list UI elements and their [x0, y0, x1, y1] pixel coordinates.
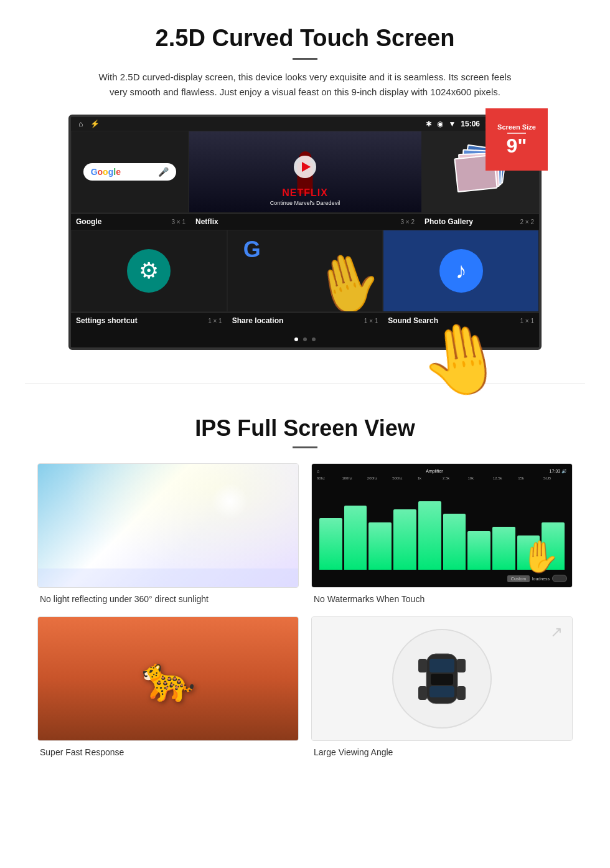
- sky-image: [38, 464, 298, 587]
- location-icon: ◉: [437, 120, 443, 128]
- music-icon-circle: ♪: [439, 249, 483, 293]
- loudness-label: loudness: [532, 577, 550, 581]
- amp-bar-4: [393, 509, 416, 570]
- svg-rect-7: [457, 686, 466, 700]
- google-label-cell: Google 3 × 1: [71, 213, 190, 230]
- mic-icon[interactable]: 🎤: [158, 167, 169, 177]
- play-button[interactable]: [294, 156, 316, 178]
- settings-icon-circle: ⚙: [127, 249, 171, 293]
- netflix-cell[interactable]: NETFLIX Continue Marvel's Daredevil: [189, 131, 422, 213]
- svg-rect-5: [457, 659, 466, 672]
- usb-icon: ⚡: [90, 120, 100, 128]
- netflix-app-name: Netflix: [195, 217, 218, 226]
- dot-3[interactable]: [312, 337, 316, 341]
- svg-rect-6: [418, 686, 427, 700]
- pagination-dots: [71, 329, 539, 347]
- share-location-cell[interactable]: G 🤚: [227, 230, 383, 312]
- screen-size-badge: Screen Size 9": [486, 108, 548, 171]
- sound-app-size: 1 × 1: [520, 318, 534, 324]
- netflix-label: NETFLIX Continue Marvel's Daredevil: [189, 187, 421, 206]
- feature-image-cheetah: 🐆: [37, 616, 299, 741]
- section1-title: 2.5D Curved Touch Screen: [37, 25, 573, 52]
- app-grid-row-1: Google 🎤: [71, 131, 539, 213]
- feature-image-car: ↗: [311, 616, 573, 741]
- feature-label-fast: Super Fast Response: [37, 747, 299, 757]
- google-search-bar[interactable]: Google 🎤: [83, 163, 176, 181]
- wifi-icon: ▼: [448, 120, 456, 128]
- screen-size-underline: [507, 133, 526, 134]
- feature-image-amplifier: ⌂ Amplifier 17:33 🔊 60hz 100hz 200hz 500…: [311, 463, 573, 588]
- google-app-name: Google: [76, 217, 101, 226]
- angle-indicator: ↗: [550, 623, 563, 641]
- sky-bottom: [38, 568, 298, 587]
- home-icon[interactable]: ⌂: [78, 120, 83, 128]
- sound-label-cell: Sound Search 1 × 1: [383, 312, 539, 329]
- feature-no-watermarks: ⌂ Amplifier 17:33 🔊 60hz 100hz 200hz 500…: [311, 463, 573, 604]
- amp-header: ⌂ Amplifier 17:33 🔊: [317, 469, 567, 474]
- app-labels-row-2: Settings shortcut 1 × 1 Share location 1…: [71, 312, 539, 329]
- amp-bar-1: [319, 518, 342, 570]
- share-app-name: Share location: [232, 316, 284, 325]
- photo-app-size: 2 × 2: [520, 219, 534, 225]
- share-thumbnail: G 🤚: [228, 230, 383, 311]
- amp-bar-8: [492, 527, 515, 570]
- netflix-thumbnail: NETFLIX Continue Marvel's Daredevil: [189, 131, 421, 212]
- dot-2[interactable]: [303, 337, 307, 341]
- status-left: ⌂ ⚡: [78, 120, 100, 128]
- title-underline: [293, 58, 317, 60]
- car-view-circle: [392, 629, 492, 729]
- feature-label-large-view: Large Viewing Angle: [311, 747, 573, 757]
- status-bar: ⌂ ⚡ ✱ ◉ ▼ 15:06 📷 🔊 ✕ ▭: [71, 117, 539, 131]
- sound-search-cell[interactable]: ♪: [383, 230, 539, 312]
- svg-rect-2: [429, 686, 454, 697]
- settings-thumbnail: ⚙: [72, 230, 227, 311]
- screen-size-number: 9": [507, 136, 527, 156]
- device-container: Screen Size 9" ⌂ ⚡ ✱ ◉ ▼ 15:06 📷 🔊 ✕: [68, 115, 542, 350]
- amp-controls: Custom loudness: [317, 575, 567, 582]
- loudness-toggle[interactable]: [552, 575, 567, 582]
- status-time: 15:06: [461, 120, 480, 128]
- car-svg: [411, 641, 473, 716]
- app-grid-row-2: ⚙ G 🤚: [71, 230, 539, 312]
- device-screen: ⌂ ⚡ ✱ ◉ ▼ 15:06 📷 🔊 ✕ ▭: [68, 115, 542, 350]
- screen-size-label: Screen Size: [497, 123, 536, 131]
- section2-underline: [293, 446, 317, 448]
- feature-label-no-watermarks: No Watermarks When Touch: [311, 594, 573, 604]
- google-app-size: 3 × 1: [171, 219, 185, 225]
- play-icon: [302, 162, 311, 172]
- netflix-label-cell: Netflix 3 × 2: [190, 213, 420, 230]
- app-labels-row-1: Google 3 × 1 Netflix 3 × 2 Photo Gallery…: [71, 213, 539, 230]
- settings-app-size: 1 × 1: [208, 318, 222, 324]
- dot-1[interactable]: [294, 337, 298, 341]
- share-app-size: 1 × 1: [364, 318, 378, 324]
- section1-description: With 2.5D curved-display screen, this de…: [93, 70, 517, 100]
- section-divider: [25, 384, 585, 384]
- section-ips: IPS Full Screen View No light reflecting…: [0, 397, 610, 782]
- feature-image-sky: [37, 463, 299, 588]
- amp-bar-5: [418, 501, 441, 570]
- amp-freq-labels: 60hz 100hz 200hz 500hz 1k 2.5k 10k 12.5k…: [317, 476, 567, 480]
- cheetah-icon: 🐆: [141, 653, 195, 704]
- sound-thumbnail: ♪: [383, 230, 538, 311]
- feature-fast-response: 🐆 Super Fast Response: [37, 616, 299, 757]
- car-top-image: ↗: [312, 617, 572, 740]
- amp-bar-7: [467, 531, 490, 570]
- sun-flare: [211, 483, 248, 520]
- netflix-app-size: 3 × 2: [400, 219, 415, 225]
- custom-label: Custom: [507, 575, 530, 582]
- amplifier-image: ⌂ Amplifier 17:33 🔊 60hz 100hz 200hz 500…: [312, 464, 572, 587]
- share-label-cell: Share location 1 × 1: [227, 312, 383, 329]
- netflix-logo-text: NETFLIX: [189, 187, 421, 199]
- settings-cell[interactable]: ⚙: [71, 230, 227, 312]
- feature-no-reflection: No light reflecting under 360° direct su…: [37, 463, 299, 604]
- amp-bar-2: [344, 506, 367, 570]
- google-thumbnail: Google 🎤: [72, 131, 188, 212]
- amp-status: 17:33 🔊: [550, 469, 567, 474]
- amp-bar-6: [443, 514, 466, 570]
- feature-grid: No light reflecting under 360° direct su…: [37, 463, 573, 757]
- svg-rect-4: [418, 659, 427, 672]
- google-cell[interactable]: Google 🎤: [71, 131, 189, 213]
- sound-app-name: Sound Search: [388, 316, 438, 325]
- google-logo: Google: [91, 167, 121, 177]
- photo-app-name: Photo Gallery: [425, 217, 473, 226]
